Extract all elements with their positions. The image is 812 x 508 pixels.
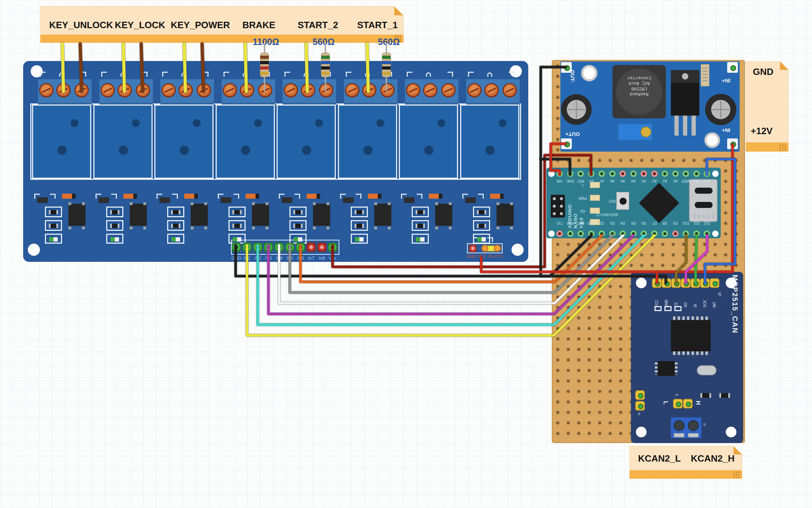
- pin-a1[interactable]: [662, 171, 668, 177]
- power-note[interactable]: GND +12V: [746, 61, 788, 152]
- pin-a0[interactable]: [672, 171, 679, 177]
- pin-d11[interactable]: [693, 230, 700, 237]
- pin-a2[interactable]: [651, 171, 658, 177]
- terminal-screw[interactable]: [136, 83, 150, 97]
- note-resize-grip[interactable]: [779, 144, 787, 151]
- j1-pad[interactable]: [635, 401, 645, 411]
- pin-5v[interactable]: [588, 171, 595, 177]
- input-pin-in2[interactable]: [253, 243, 262, 252]
- buck-converter-board[interactable]: OUT- OUT+ +NI +NI RaoRandLM2596 Adj Buck…: [560, 61, 740, 152]
- terminal-screw[interactable]: [423, 83, 437, 97]
- terminal-screw[interactable]: [284, 83, 298, 97]
- terminal-screw[interactable]: [179, 83, 193, 97]
- screw-terminal[interactable]: [671, 417, 701, 438]
- pin-aref[interactable]: [683, 171, 689, 177]
- pin-a7[interactable]: [598, 171, 605, 177]
- input-pin-in6[interactable]: [296, 243, 305, 252]
- terminal-screw[interactable]: [301, 83, 315, 97]
- icsp-header[interactable]: [551, 195, 565, 218]
- pin-d7[interactable]: [651, 230, 658, 237]
- note-resize-grip[interactable]: [733, 471, 741, 478]
- input-pin-in5[interactable]: [285, 243, 294, 252]
- terminal-screw[interactable]: [319, 83, 333, 97]
- kcan-note[interactable]: KCAN2_L KCAN2_H: [629, 446, 742, 479]
- terminal-screw[interactable]: [240, 83, 254, 97]
- terminal-screw[interactable]: [467, 83, 482, 97]
- signal-names-note[interactable]: KEY_UNLOCKKEY_LOCKKEY_POWERBRAKESTART_2S…: [40, 6, 404, 43]
- mcp-title: MCP2515_CAN: [731, 275, 739, 334]
- pin-d4[interactable]: [620, 230, 626, 237]
- pin-a5[interactable]: [620, 171, 626, 177]
- input-pin-in4[interactable]: [274, 243, 284, 252]
- pin-rx0[interactable]: [567, 230, 574, 237]
- j1-pad[interactable]: [635, 390, 645, 400]
- terminal-screw[interactable]: [345, 83, 359, 97]
- gnd-pad[interactable]: [469, 245, 477, 252]
- usb-connector[interactable]: [689, 179, 718, 222]
- reset-button[interactable]: [616, 192, 629, 210]
- terminal-screw[interactable]: [56, 83, 71, 97]
- terminal-screw[interactable]: [223, 83, 237, 97]
- terminal-screw[interactable]: [441, 83, 456, 97]
- mcp2515-can-board[interactable]: MCP2515_CAN J4 J1 J3 L H J2 VCCGNDCSSO: [631, 272, 743, 443]
- pin-tx1[interactable]: [556, 230, 563, 237]
- terminal-screw[interactable]: [380, 83, 395, 97]
- pin-rst[interactable]: [577, 171, 584, 177]
- pin-a4[interactable]: [630, 171, 637, 177]
- mcp-pin-int[interactable]: [710, 278, 719, 288]
- input-pin-vcc[interactable]: [328, 243, 337, 252]
- pin-a3[interactable]: [641, 171, 647, 177]
- transistor: [465, 197, 476, 203]
- pin-d13[interactable]: [704, 171, 710, 177]
- input-pin-gnd[interactable]: [232, 243, 241, 252]
- jdvcc-pad[interactable]: [494, 245, 501, 252]
- terminal-screw[interactable]: [258, 83, 272, 97]
- out-plus-pad[interactable]: [561, 138, 572, 149]
- pin-d2[interactable]: [598, 230, 605, 237]
- pin-d9[interactable]: [672, 230, 679, 237]
- input-pin-in8[interactable]: [317, 243, 327, 252]
- mcp-pin-cs[interactable]: [671, 278, 681, 288]
- pin-d3[interactable]: [609, 230, 616, 237]
- pin-a6[interactable]: [609, 171, 616, 177]
- terminal-screw[interactable]: [118, 83, 132, 97]
- pin-gnd[interactable]: [567, 171, 574, 177]
- transistor: [282, 197, 292, 203]
- pin-vin[interactable]: [556, 171, 563, 177]
- terminal-screw[interactable]: [39, 83, 53, 97]
- mcp-pin-gnd[interactable]: [662, 278, 671, 288]
- diode-smd: [123, 194, 137, 199]
- j3-pad-h[interactable]: [683, 399, 693, 408]
- terminal-screw[interactable]: [197, 83, 211, 97]
- terminal-screw[interactable]: [74, 83, 89, 97]
- j3-pad-l[interactable]: [673, 399, 683, 408]
- pin-gnd[interactable]: [588, 230, 595, 237]
- input-pin-in3[interactable]: [264, 243, 273, 252]
- input-pin-in7[interactable]: [307, 243, 316, 252]
- terminal-screw[interactable]: [484, 83, 499, 97]
- arduino-nano-board[interactable]: ARDUINONANOV3.0 L PWR RX TX RST ARDUINO.…: [546, 168, 721, 238]
- pin-rst[interactable]: [577, 230, 584, 237]
- pin-d10[interactable]: [683, 230, 689, 237]
- terminal-screw[interactable]: [362, 83, 376, 97]
- terminal-screw[interactable]: [406, 83, 420, 97]
- terminal-screw[interactable]: [503, 83, 517, 97]
- pin-3v3[interactable]: [693, 171, 700, 177]
- input-pin-in1[interactable]: [242, 243, 252, 252]
- smd-resistor: [228, 220, 246, 231]
- resistance-label: 560Ω: [378, 37, 400, 47]
- vcc-pad[interactable]: [481, 245, 488, 252]
- mcp-pin-vcc[interactable]: [652, 278, 662, 288]
- in-minus-pad[interactable]: [727, 62, 738, 73]
- pin-d8[interactable]: [662, 230, 668, 237]
- mcp-pin-sck[interactable]: [700, 278, 710, 288]
- mcp-pin-so[interactable]: [681, 278, 690, 288]
- relay-board[interactable]: GND VCC JD-VCC GNDIN1IN2IN3IN4IN5IN6In7I…: [23, 61, 528, 262]
- terminal-screw[interactable]: [161, 83, 176, 97]
- pin-d5[interactable]: [630, 230, 637, 237]
- terminal-screw[interactable]: [101, 83, 115, 97]
- pin-d6[interactable]: [641, 230, 647, 237]
- in-plus-pad[interactable]: [727, 138, 738, 149]
- pin-d12[interactable]: [704, 230, 710, 237]
- mcp-pin-si[interactable]: [690, 278, 700, 288]
